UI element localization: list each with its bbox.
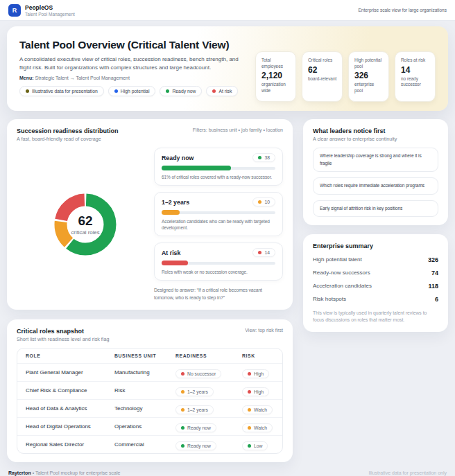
chip-ready-now[interactable]: Ready now <box>160 86 202 96</box>
status-dot-icon <box>248 390 251 394</box>
count-value: 10 <box>264 200 270 204</box>
readiness-item-at-risk: At risk 14 Roles with weak or no success… <box>154 243 283 281</box>
kpi-critical-roles: Critical roles 62 board-relevant <box>302 51 343 102</box>
cell-role: Head of Digital Operations <box>26 423 114 430</box>
table-row[interactable]: Plant General Manager Manufacturing No s… <box>17 363 282 381</box>
kpi-label: Roles at risk <box>401 58 429 64</box>
readiness-badge: 1–2 years <box>175 387 214 396</box>
chip-high-potential[interactable]: High potential <box>108 86 156 96</box>
risk-text: Watch <box>254 407 267 412</box>
col-business-unit: BUSINESS UNIT <box>114 353 175 358</box>
kpi-roles-at-risk: Roles at risk 14 no ready successor <box>395 51 436 102</box>
progress-bar <box>162 261 275 265</box>
snapshot-subtitle: Short list with readiness level and risk… <box>17 336 109 342</box>
risk-badge: High <box>242 387 269 396</box>
summary-value: 326 <box>428 256 438 263</box>
status-dot-icon <box>181 408 184 412</box>
breadcrumb: Menu: Strategic Talent → Talent Pool Man… <box>19 76 247 80</box>
kpi-value: 2,120 <box>261 71 290 80</box>
summary-label: Acceleration candidates <box>313 283 372 289</box>
status-dot-icon <box>248 444 251 448</box>
page-title: Talent Pool Overview (Critical Talent Vi… <box>19 39 247 51</box>
risk-text: Low <box>254 443 262 448</box>
view-note[interactable]: View: top risk first <box>245 328 283 333</box>
summary-value: 118 <box>428 283 438 290</box>
count-value: 38 <box>264 155 270 160</box>
kpi-sub: enterprise pool <box>354 82 383 94</box>
summary-note: This view is typically used in quarterly… <box>313 310 438 324</box>
readiness-item-ready-now: Ready now 38 61% of critical roles cover… <box>154 148 283 186</box>
summary-row: Ready-now successors 74 <box>313 266 438 279</box>
olive-dot-icon <box>26 89 29 93</box>
chip-label: At risk <box>218 89 232 94</box>
kpi-label: High potential pool <box>354 58 383 69</box>
readiness-badge: No successor <box>175 369 221 378</box>
chip-at-risk[interactable]: At risk <box>206 86 238 96</box>
progress-bar <box>162 210 275 215</box>
readiness-badge: Ready now <box>175 423 216 432</box>
summary-row: High potential talent 326 <box>313 253 438 266</box>
readiness-text: 1–2 years <box>187 407 208 412</box>
critical-roles-card: Critical roles snapshot Short list with … <box>7 319 293 462</box>
readiness-badge: 1–2 years <box>175 405 214 414</box>
table-row[interactable]: Regional Sales Director Commercial Ready… <box>17 435 282 453</box>
readiness-label: 1–2 years <box>162 199 189 206</box>
readiness-item-1-2-years: 1–2 years 10 Acceleration candidates who… <box>154 192 283 236</box>
succession-note: Designed to answer: “If a critical role … <box>154 287 283 301</box>
kpi-value: 62 <box>308 65 336 75</box>
cell-role: Plant General Manager <box>26 369 114 376</box>
enterprise-summary-card: Enterprise summary High potential talent… <box>303 234 448 332</box>
table-row[interactable]: Chief Risk & Compliance Risk 1–2 years H… <box>17 381 282 399</box>
readiness-label: Ready now <box>162 155 194 161</box>
kpi-cards: Total employees 2,120 organization wide … <box>255 36 436 103</box>
red-dot-icon <box>212 89 216 93</box>
readiness-desc: Acceleration candidates who can be ready… <box>162 218 275 231</box>
cell-role: Head of Data & Analytics <box>26 405 114 412</box>
app-subtitle: Talent Pool Management <box>25 12 75 17</box>
breadcrumb-path: Strategic Talent → Talent Pool Managemen… <box>35 76 130 80</box>
cell-unit: Manufacturing <box>114 369 175 376</box>
summary-row: Acceleration candidates 118 <box>313 279 438 292</box>
status-dot-icon <box>181 426 184 430</box>
succession-card: Succession readiness distribution A fast… <box>7 119 293 310</box>
status-dot-icon <box>181 444 184 448</box>
header-note: Enterprise scale view for large organiza… <box>358 8 447 12</box>
risk-badge: Watch <box>242 405 273 414</box>
leaders-title: What leaders notice first <box>313 127 438 134</box>
chip-illustrative[interactable]: Illustrative data for presentation <box>19 86 104 96</box>
filters-note[interactable]: Filters: business unit • job family • lo… <box>193 127 283 132</box>
status-dot-icon <box>248 408 251 412</box>
leaders-item: Where leadership coverage is strong and … <box>313 148 438 172</box>
cell-unit: Operations <box>114 423 175 430</box>
kpi-sub: no ready successor <box>401 76 429 88</box>
green-dot-icon <box>258 156 261 159</box>
col-risk: RISK <box>242 353 274 358</box>
readiness-text: No successor <box>187 371 216 376</box>
summary-label: Risk hotspots <box>313 296 346 302</box>
risk-badge: High <box>242 369 269 378</box>
donut-chart: 62 critical roles <box>17 186 154 263</box>
table-row[interactable]: Head of Digital Operations Operations Re… <box>17 417 282 435</box>
col-readiness: READINESS <box>175 353 242 358</box>
readiness-desc: Roles with weak or no succession coverag… <box>162 269 275 275</box>
footer-left: Rayterton • Talent Pool mockup for enter… <box>8 470 120 475</box>
legend-chips: Illustrative data for presentation High … <box>19 86 247 96</box>
cell-unit: Commercial <box>114 441 175 448</box>
chip-label: High potential <box>121 89 150 94</box>
readiness-text: Ready now <box>187 443 211 448</box>
risk-text: High <box>254 371 264 376</box>
hero-card: Talent Pool Overview (Critical Talent Vi… <box>7 26 448 111</box>
chip-label: Illustrative data for presentation <box>32 89 98 94</box>
risk-badge: Watch <box>242 423 273 432</box>
leaders-subtitle: A clear answer to enterprise continuity <box>313 136 438 142</box>
chip-label: Ready now <box>172 89 196 94</box>
table-row[interactable]: Head of Data & Analytics Technology 1–2 … <box>17 399 282 417</box>
footer-note: • Talent Pool mockup for enterprise scal… <box>31 470 121 475</box>
status-dot-icon <box>248 372 251 376</box>
roles-table: ROLE BUSINESS UNIT READINESS RISK Plant … <box>17 348 283 454</box>
kpi-label: Total employees <box>261 58 290 69</box>
summary-value: 74 <box>431 270 438 276</box>
table-header: ROLE BUSINESS UNIT READINESS RISK <box>17 349 282 363</box>
progress-bar <box>162 166 275 170</box>
donut-center-value: 62 <box>78 213 92 229</box>
